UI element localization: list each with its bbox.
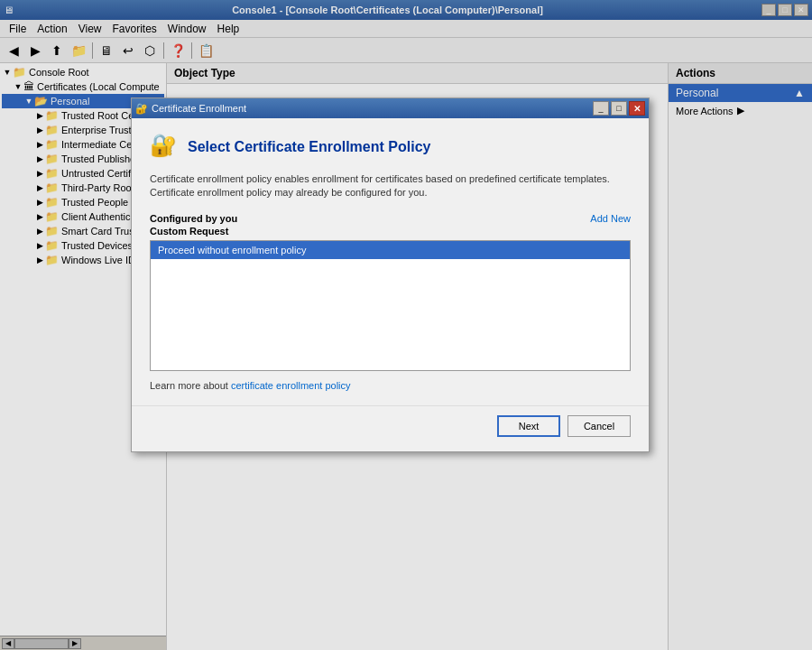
dialog-close-button[interactable]: ✕	[629, 101, 645, 116]
configured-by-label: Configured by you	[150, 213, 237, 224]
dialog-content: 🔐 Select Certificate Enrollment Policy C…	[132, 118, 649, 405]
policy-section-header: Configured by you Add New	[150, 213, 631, 224]
dialog-desc-line1: Certificate enrollment policy enables en…	[150, 173, 610, 184]
dialog-title-bar: 🔐 Certificate Enrollment _ □ ✕	[132, 98, 649, 118]
dialog-minimize-button[interactable]: _	[593, 101, 609, 116]
dialog-desc-line2: Certificate enrollment policy may alread…	[150, 187, 428, 198]
policy-item-no-enrollment[interactable]: Proceed without enrollment policy	[151, 241, 630, 259]
dialog-overlay: 🔐 Certificate Enrollment _ □ ✕ 🔐 Select …	[0, 0, 812, 650]
dialog-buttons: Next Cancel	[132, 405, 649, 451]
dialog-icon: 🔐	[135, 103, 148, 115]
learn-more-text: Learn more about	[150, 380, 231, 391]
learn-more: Learn more about certificate enrollment …	[150, 380, 631, 391]
dialog-controls: _ □ ✕	[593, 101, 645, 116]
dialog-title-left: 🔐 Certificate Enrollment	[135, 103, 246, 115]
dialog-maximize-button[interactable]: □	[611, 101, 627, 116]
policy-list[interactable]: Proceed without enrollment policy	[150, 240, 631, 371]
cancel-button[interactable]: Cancel	[567, 415, 631, 437]
custom-request-label: Custom Request	[150, 226, 631, 237]
dialog-description: Certificate enrollment policy enables en…	[150, 172, 631, 200]
next-button[interactable]: Next	[497, 415, 560, 437]
dialog-title-text: Certificate Enrollment	[152, 103, 246, 114]
certificate-enrollment-dialog: 🔐 Certificate Enrollment _ □ ✕ 🔐 Select …	[131, 98, 650, 452]
dialog-main-title: Select Certificate Enrollment Policy	[188, 139, 430, 155]
cert-enrollment-icon: 🔐	[150, 133, 179, 162]
learn-more-link[interactable]: certificate enrollment policy	[231, 380, 351, 391]
dialog-header: 🔐 Select Certificate Enrollment Policy	[150, 133, 631, 162]
add-new-link[interactable]: Add New	[590, 213, 631, 224]
